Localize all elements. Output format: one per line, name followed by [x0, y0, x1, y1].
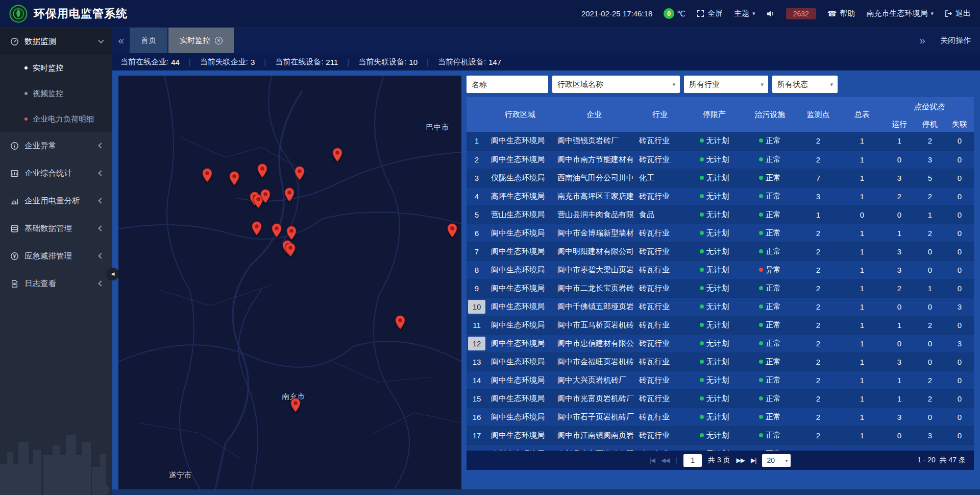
cell-monitor-points: 2	[796, 426, 840, 444]
tabs-scroll-left-button[interactable]: «	[112, 28, 130, 53]
table-row[interactable]: 1 阆中生态环境局 阆中强锐页岩砖厂 砖瓦行业 无计划 正常 2 1 1 2 0	[467, 132, 974, 150]
page-number-input[interactable]	[683, 454, 702, 467]
table-row[interactable]: 8 阆中生态环境局 阆中市枣碧大梁山页岩 砖瓦行业 无计划 异常 2 1 3 0…	[467, 261, 974, 279]
col-point-status-group: 点位状态	[884, 97, 974, 116]
sidebar-item-base-data[interactable]: 基础数据管理	[0, 215, 112, 242]
org-dropdown[interactable]: 南充市生态环境局 ▾	[866, 9, 934, 18]
status-dot	[700, 157, 704, 161]
map-pin[interactable]	[272, 223, 282, 240]
cell-limit-production: 无计划	[685, 426, 744, 444]
alert-count-badge[interactable]: 2632	[786, 8, 816, 19]
name-filter-input[interactable]	[467, 76, 548, 93]
map-pin[interactable]	[290, 398, 301, 414]
fullscreen-button[interactable]: 全屏	[697, 9, 723, 18]
cell-running: 2	[884, 187, 915, 205]
map-pin[interactable]	[202, 168, 212, 184]
table-row[interactable]: 13 阆中生态环境局 阆中市金福旺页岩机砖 砖瓦行业 无计划 正常 2 1 3 …	[467, 352, 974, 371]
table-row[interactable]: 11 阆中生态环境局 阆中市五马桥页岩机砖 砖瓦行业 无计划 正常 2 1 1 …	[467, 316, 974, 334]
cell-running: 1	[884, 316, 915, 334]
table-row[interactable]: 5 营山生态环境局 营山县润丰肉食品有限 食品 无计划 正常 1 0 0 1 0	[467, 205, 974, 224]
cell-total-meter: 0	[840, 205, 884, 224]
map-pin[interactable]	[260, 189, 271, 205]
map-pin[interactable]	[447, 223, 457, 240]
cell-industry: 砖瓦行业	[635, 132, 685, 150]
table-row[interactable]: 6 阆中生态环境局 阆中市金博瑞新型墙材 砖瓦行业 无计划 正常 2 1 1 2…	[467, 224, 974, 242]
table-row[interactable]: 18 南部生态环境局 南部县建兴页岩砖有限 砖瓦行业 无计划 正常 2 1 0 …	[467, 444, 974, 451]
map-canvas[interactable]: 巴中市 南充市 遂宁市	[118, 76, 461, 489]
map-pin[interactable]	[295, 166, 305, 182]
next-page-button[interactable]: ▶▶	[737, 457, 745, 464]
sidebar-item-log-view[interactable]: 日志查看	[0, 270, 112, 297]
cell-offline: 3	[945, 297, 974, 316]
sidebar-subitem[interactable]: 企业电力负荷明细	[0, 106, 112, 132]
table-row[interactable]: 15 阆中生态环境局 阆中市光富页岩机砖厂 砖瓦行业 无计划 正常 2 1 1 …	[467, 389, 974, 408]
table-row[interactable]: 14 阆中生态环境局 阆中大兴页岩机砖厂 砖瓦行业 无计划 正常 2 1 1 2…	[467, 371, 974, 389]
pagination-bar: |◀ ◀◀ | 共 3 页 ▶▶ ▶| 20 ▾ 1 - 20 共 47 条	[467, 451, 974, 470]
tab-home[interactable]: 首页	[130, 28, 167, 53]
table-row[interactable]: 10 阆中生态环境局 阆中千佛镇五郎垭页岩 砖瓦行业 无计划 正常 2 1 0 …	[467, 297, 974, 316]
map-pin[interactable]	[395, 315, 405, 332]
cell-index: 7	[467, 242, 487, 261]
sidebar-item-enterprise-statistics[interactable]: 企业综合统计	[0, 159, 112, 187]
sidebar-item-label: 应急减排管理	[24, 251, 72, 262]
speaker-icon[interactable]	[767, 10, 775, 17]
cell-offline: 0	[945, 261, 974, 279]
stat-label: 当前在线企业:	[120, 57, 168, 67]
map-pin[interactable]	[284, 187, 295, 204]
cell-stopped: 3	[915, 150, 945, 169]
help-label: 帮助	[840, 9, 855, 18]
cell-offline: 3	[945, 334, 974, 352]
table-row[interactable]: 2 阆中生态环境局 阆中市南方节能建材有 砖瓦行业 无计划 正常 2 1 0 3…	[467, 150, 974, 169]
cell-pollution-facility: 正常	[744, 334, 796, 352]
table-row[interactable]: 3 仪陇生态环境局 西南油气田分公司川中 化工 无计划 正常 7 1 3 5 0	[467, 169, 974, 187]
map-pin[interactable]	[229, 171, 239, 187]
sidebar-collapse-button[interactable]: ◀	[107, 268, 119, 280]
table-row[interactable]: 16 阆中生态环境局 阆中市石子页岩机砖厂 砖瓦行业 无计划 正常 2 1 3 …	[467, 408, 974, 426]
pager-divider: |	[675, 456, 677, 464]
sidebar-subitem[interactable]: 视频监控	[0, 81, 112, 106]
bullet-icon	[24, 66, 28, 69]
logout-button[interactable]: 退出	[945, 9, 971, 18]
status-dot	[700, 323, 704, 327]
cell-region: 阆中生态环境局	[487, 297, 553, 316]
cell-index: 14	[467, 371, 487, 389]
status-filter-select[interactable]: 所有状态 ▾	[772, 76, 838, 93]
cell-index: 2	[467, 150, 487, 169]
prev-page-button[interactable]: ◀◀	[661, 457, 669, 464]
first-page-button[interactable]: |◀	[650, 457, 655, 464]
sidebar-item-data-monitoring[interactable]: 数据监测	[0, 28, 112, 55]
tabs-scroll-right-button[interactable]: »	[914, 28, 931, 53]
last-page-button[interactable]: ▶|	[751, 457, 756, 464]
cell-offline: 0	[945, 316, 974, 334]
help-button[interactable]: ☎ 帮助	[827, 9, 855, 18]
close-operations-button[interactable]: 关闭操作	[931, 28, 980, 53]
cell-offline: 0	[945, 132, 974, 150]
region-filter-select[interactable]: 行政区域名称 ▾	[552, 76, 680, 93]
sidebar-item-enterprise-anomaly[interactable]: 企业异常	[0, 132, 112, 159]
page-title: 环保用电监管系统	[34, 6, 128, 21]
datetime-label: 2021-02-25 17:46:18	[581, 9, 652, 18]
sidebar-subitem[interactable]: 实时监控	[0, 55, 112, 81]
table-row[interactable]: 7 阆中生态环境局 阆中明阳建材有限公司 砖瓦行业 无计划 正常 2 1 3 0…	[467, 242, 974, 261]
sidebar-item-emergency-reduction[interactable]: 应急减排管理	[0, 242, 112, 270]
cell-limit-production: 无计划	[685, 205, 744, 224]
map-pin[interactable]	[252, 221, 262, 238]
horizontal-scrollbar[interactable]	[112, 489, 980, 495]
tab-realtime-monitor[interactable]: 实时监控 ×	[168, 28, 234, 53]
cell-monitor-points: 2	[796, 408, 840, 426]
cell-stopped: 5	[915, 169, 945, 187]
sidebar-item-power-analysis[interactable]: 企业用电量分析	[0, 187, 112, 215]
table-row[interactable]: 12 阆中生态环境局 阆中市忠信建材有限公 砖瓦行业 无计划 正常 2 1 0 …	[467, 334, 974, 352]
close-tab-icon[interactable]: ×	[215, 37, 223, 44]
table-row[interactable]: 9 阆中生态环境局 阆中市二龙长宝页岩砖 砖瓦行业 无计划 正常 2 1 2 1…	[467, 279, 974, 297]
map-pin[interactable]	[285, 243, 296, 259]
map-pin[interactable]	[257, 163, 267, 180]
theme-dropdown[interactable]: 主题 ▾	[734, 9, 755, 18]
col-industry: 行业	[635, 97, 685, 132]
table-row[interactable]: 4 高坪生态环境局 南充市高坪区王家店建 砖瓦行业 无计划 正常 3 1 2 2…	[467, 187, 974, 205]
page-size-select[interactable]: 20 ▾	[762, 454, 791, 467]
table-row[interactable]: 17 阆中生态环境局 阆中市江南镇阆南页岩 砖瓦行业 无计划 正常 2 1 0 …	[467, 426, 974, 444]
industry-filter-select[interactable]: 所有行业 ▾	[684, 76, 768, 93]
stat-label: 当前失联设备:	[358, 57, 406, 67]
map-pin[interactable]	[332, 148, 342, 164]
